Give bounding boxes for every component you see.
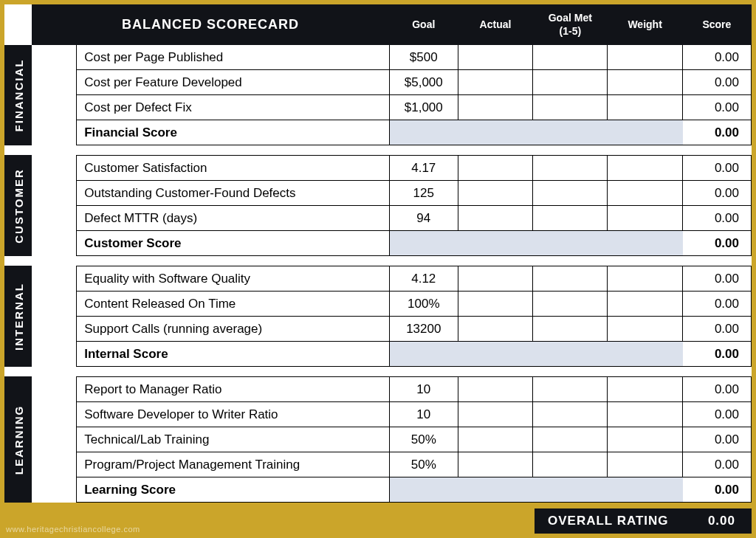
cell-actual[interactable]: [458, 377, 532, 402]
overall-label: OVERALL RATING: [548, 514, 669, 528]
cell-met[interactable]: [533, 70, 608, 95]
scorecard-sheet: BALANCED SCORECARD Goal Actual Goal Met …: [4, 4, 752, 534]
cell-weight[interactable]: [608, 181, 682, 206]
cell-met[interactable]: [533, 95, 608, 120]
cell-score: 0.00: [682, 377, 751, 402]
cell-actual[interactable]: [458, 402, 532, 427]
cell-weight[interactable]: [608, 292, 682, 317]
section-label-text: FINANCIAL: [12, 58, 24, 131]
subtotal-blank: [533, 120, 608, 145]
subtotal-label: Internal Score: [77, 342, 389, 367]
cell-metric: Software Developer to Writer Ratio: [77, 402, 389, 427]
cell-weight[interactable]: [608, 377, 682, 402]
table-row: INTERNALEquality with Software Quality4.…: [5, 266, 752, 292]
cell-metric: Support Calls (running average): [77, 317, 389, 342]
header-blank: [5, 5, 32, 45]
cell-actual[interactable]: [458, 206, 532, 231]
cell-weight[interactable]: [608, 45, 682, 70]
subtotal-label: Financial Score: [77, 120, 389, 145]
cell-score: 0.00: [682, 427, 751, 452]
cell-goal: 4.17: [389, 156, 458, 181]
cell-weight[interactable]: [608, 156, 682, 181]
cell-score: 0.00: [682, 70, 751, 95]
cell-actual[interactable]: [458, 266, 532, 292]
cell-weight[interactable]: [608, 95, 682, 120]
subtotal-blank: [533, 342, 608, 367]
subtotal-row: Financial Score0.00: [5, 120, 752, 145]
header-weight: Weight: [608, 5, 682, 45]
cell-score: 0.00: [682, 181, 751, 206]
cell-score: 0.00: [682, 452, 751, 477]
cell-actual[interactable]: [458, 156, 532, 181]
section-label: CUSTOMER: [5, 156, 32, 256]
cell-goal: 125: [389, 181, 458, 206]
cell-met[interactable]: [533, 45, 608, 70]
cell-actual[interactable]: [458, 292, 532, 317]
table-row: Technical/Lab Training50%0.00: [5, 427, 752, 452]
subtotal-score: 0.00: [682, 231, 751, 256]
cell-actual[interactable]: [458, 181, 532, 206]
cell-weight[interactable]: [608, 427, 682, 452]
cell-actual[interactable]: [458, 70, 532, 95]
cell-metric: Equality with Software Quality: [77, 266, 389, 292]
cell-goal: 94: [389, 206, 458, 231]
cell-met[interactable]: [533, 206, 608, 231]
cell-met[interactable]: [533, 402, 608, 427]
cell-score: 0.00: [682, 402, 751, 427]
cell-score: 0.00: [682, 292, 751, 317]
cell-goal: 4.12: [389, 266, 458, 292]
header-actual: Actual: [458, 5, 532, 45]
section-spacer: [32, 156, 77, 256]
cell-goal: $1,000: [389, 95, 458, 120]
cell-score: 0.00: [682, 317, 751, 342]
cell-metric: Report to Manager Ratio: [77, 377, 389, 402]
table-row: Defect MTTR (days)940.00: [5, 206, 752, 231]
subtotal-blank: [533, 477, 608, 503]
section-spacer: [32, 377, 77, 503]
cell-metric: Customer Satisfaction: [77, 156, 389, 181]
header-goal: Goal: [389, 5, 458, 45]
cell-actual[interactable]: [458, 427, 532, 452]
subtotal-blank: [389, 120, 458, 145]
cell-actual[interactable]: [458, 45, 532, 70]
cell-met[interactable]: [533, 266, 608, 292]
header-met: Goal Met (1-5): [533, 5, 608, 45]
cell-weight[interactable]: [608, 402, 682, 427]
header-title: BALANCED SCORECARD: [32, 5, 389, 45]
cell-goal: 10: [389, 402, 458, 427]
cell-met[interactable]: [533, 292, 608, 317]
cell-weight[interactable]: [608, 452, 682, 477]
cell-actual[interactable]: [458, 452, 532, 477]
cell-weight[interactable]: [608, 266, 682, 292]
cell-met[interactable]: [533, 377, 608, 402]
table-row: Cost per Defect Fix$1,0000.00: [5, 95, 752, 120]
section-label-text: LEARNING: [12, 404, 24, 474]
subtotal-blank: [458, 120, 532, 145]
cell-actual[interactable]: [458, 317, 532, 342]
subtotal-blank: [389, 342, 458, 367]
watermark: www.heritagechristiancollege.com: [6, 525, 140, 534]
cell-met[interactable]: [533, 427, 608, 452]
subtotal-score: 0.00: [682, 120, 751, 145]
cell-weight[interactable]: [608, 70, 682, 95]
section-label: LEARNING: [5, 377, 32, 503]
cell-actual[interactable]: [458, 95, 532, 120]
cell-met[interactable]: [533, 156, 608, 181]
table-row: Software Developer to Writer Ratio100.00: [5, 402, 752, 427]
table-row: LEARNINGReport to Manager Ratio100.00: [5, 377, 752, 402]
cell-score: 0.00: [682, 45, 751, 70]
cell-score: 0.00: [682, 95, 751, 120]
cell-weight[interactable]: [608, 317, 682, 342]
subtotal-label: Customer Score: [77, 231, 389, 256]
cell-weight[interactable]: [608, 206, 682, 231]
cell-metric: Defect MTTR (days): [77, 206, 389, 231]
subtotal-blank: [458, 231, 532, 256]
table-header: BALANCED SCORECARD Goal Actual Goal Met …: [5, 5, 752, 45]
table-row: Outstanding Customer-Found Defects1250.0…: [5, 181, 752, 206]
cell-met[interactable]: [533, 317, 608, 342]
cell-met[interactable]: [533, 181, 608, 206]
cell-met[interactable]: [533, 452, 608, 477]
section-label-text: INTERNAL: [12, 283, 24, 351]
subtotal-label: Learning Score: [77, 477, 389, 503]
cell-goal: 13200: [389, 317, 458, 342]
